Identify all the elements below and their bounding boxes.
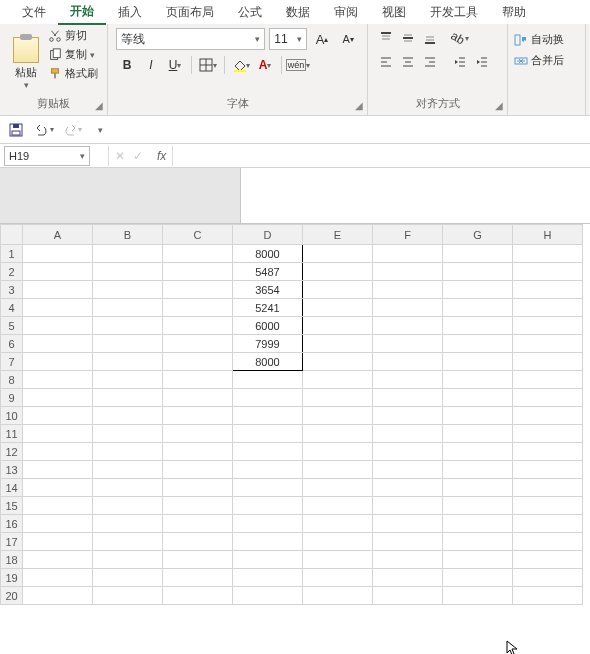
cell-G20[interactable] — [443, 587, 513, 605]
undo-button[interactable]: ▾ — [34, 120, 54, 140]
cell-B15[interactable] — [93, 497, 163, 515]
cell-G4[interactable] — [443, 299, 513, 317]
cell-G2[interactable] — [443, 263, 513, 281]
cell-G5[interactable] — [443, 317, 513, 335]
col-header-H[interactable]: H — [513, 225, 583, 245]
formula-input[interactable] — [173, 146, 590, 166]
cell-A7[interactable] — [23, 353, 93, 371]
cell-G14[interactable] — [443, 479, 513, 497]
dialog-launcher-icon[interactable]: ◢ — [355, 100, 363, 111]
cell-B8[interactable] — [93, 371, 163, 389]
cell-B20[interactable] — [93, 587, 163, 605]
cell-C20[interactable] — [163, 587, 233, 605]
cell-A19[interactable] — [23, 569, 93, 587]
name-box[interactable]: H19▾ — [4, 146, 90, 166]
cell-A1[interactable] — [23, 245, 93, 263]
cell-H6[interactable] — [513, 335, 583, 353]
cell-E4[interactable] — [303, 299, 373, 317]
cell-A14[interactable] — [23, 479, 93, 497]
cell-C4[interactable] — [163, 299, 233, 317]
menu-item-9[interactable]: 帮助 — [490, 1, 538, 24]
cell-D17[interactable] — [233, 533, 303, 551]
row-header-10[interactable]: 10 — [1, 407, 23, 425]
cell-A8[interactable] — [23, 371, 93, 389]
cell-B6[interactable] — [93, 335, 163, 353]
cell-C15[interactable] — [163, 497, 233, 515]
cell-D20[interactable] — [233, 587, 303, 605]
cell-G9[interactable] — [443, 389, 513, 407]
col-header-A[interactable]: A — [23, 225, 93, 245]
cell-H14[interactable] — [513, 479, 583, 497]
cell-H15[interactable] — [513, 497, 583, 515]
row-header-4[interactable]: 4 — [1, 299, 23, 317]
menu-item-1[interactable]: 开始 — [58, 0, 106, 25]
cell-A3[interactable] — [23, 281, 93, 299]
cell-B18[interactable] — [93, 551, 163, 569]
cell-E19[interactable] — [303, 569, 373, 587]
cell-B7[interactable] — [93, 353, 163, 371]
cell-H8[interactable] — [513, 371, 583, 389]
cell-F16[interactable] — [373, 515, 443, 533]
menu-item-6[interactable]: 审阅 — [322, 1, 370, 24]
bold-button[interactable]: B — [116, 54, 138, 76]
col-header-D[interactable]: D — [233, 225, 303, 245]
cell-A5[interactable] — [23, 317, 93, 335]
cell-H7[interactable] — [513, 353, 583, 371]
spreadsheet-grid[interactable]: ABCDEFGH18000254873365445241560006799978… — [0, 224, 590, 605]
cell-D12[interactable] — [233, 443, 303, 461]
cell-A12[interactable] — [23, 443, 93, 461]
cell-C17[interactable] — [163, 533, 233, 551]
cell-G13[interactable] — [443, 461, 513, 479]
cell-A9[interactable] — [23, 389, 93, 407]
align-top-button[interactable] — [376, 28, 396, 48]
cell-D10[interactable] — [233, 407, 303, 425]
qat-customize-button[interactable]: ▾ — [90, 120, 110, 140]
cell-F17[interactable] — [373, 533, 443, 551]
cell-C12[interactable] — [163, 443, 233, 461]
cell-A11[interactable] — [23, 425, 93, 443]
cell-H18[interactable] — [513, 551, 583, 569]
cell-G17[interactable] — [443, 533, 513, 551]
cell-H19[interactable] — [513, 569, 583, 587]
cell-A2[interactable] — [23, 263, 93, 281]
cell-A10[interactable] — [23, 407, 93, 425]
orientation-button[interactable]: ab▾ — [450, 28, 470, 48]
accept-formula-button[interactable]: ✓ — [133, 149, 143, 163]
cell-F19[interactable] — [373, 569, 443, 587]
cell-H16[interactable] — [513, 515, 583, 533]
cell-A16[interactable] — [23, 515, 93, 533]
cell-F4[interactable] — [373, 299, 443, 317]
cell-D4[interactable]: 5241 — [233, 299, 303, 317]
menu-item-4[interactable]: 公式 — [226, 1, 274, 24]
cell-B13[interactable] — [93, 461, 163, 479]
menu-item-0[interactable]: 文件 — [10, 1, 58, 24]
copy-button[interactable]: 复制▾ — [48, 47, 98, 62]
cell-D18[interactable] — [233, 551, 303, 569]
row-header-2[interactable]: 2 — [1, 263, 23, 281]
cell-H10[interactable] — [513, 407, 583, 425]
format-painter-button[interactable]: 格式刷 — [48, 66, 98, 81]
menu-item-7[interactable]: 视图 — [370, 1, 418, 24]
cell-B16[interactable] — [93, 515, 163, 533]
cell-F2[interactable] — [373, 263, 443, 281]
cell-D2[interactable]: 5487 — [233, 263, 303, 281]
fx-icon[interactable]: fx — [157, 149, 166, 163]
align-right-button[interactable] — [420, 52, 440, 72]
wrap-text-button[interactable]: 自动换 — [514, 32, 577, 47]
cell-A6[interactable] — [23, 335, 93, 353]
cell-E8[interactable] — [303, 371, 373, 389]
cell-E3[interactable] — [303, 281, 373, 299]
cell-B10[interactable] — [93, 407, 163, 425]
col-header-F[interactable]: F — [373, 225, 443, 245]
fill-color-button[interactable]: ▾ — [230, 54, 252, 76]
cell-C13[interactable] — [163, 461, 233, 479]
cell-E9[interactable] — [303, 389, 373, 407]
cell-H4[interactable] — [513, 299, 583, 317]
cell-H20[interactable] — [513, 587, 583, 605]
paste-button[interactable]: 粘贴 ▾ — [8, 28, 44, 94]
decrease-font-button[interactable]: A▾ — [337, 28, 359, 50]
font-name-select[interactable]: 等线▾ — [116, 28, 265, 50]
font-size-select[interactable]: 11▾ — [269, 28, 307, 50]
align-middle-button[interactable] — [398, 28, 418, 48]
select-all-corner[interactable] — [1, 225, 23, 245]
